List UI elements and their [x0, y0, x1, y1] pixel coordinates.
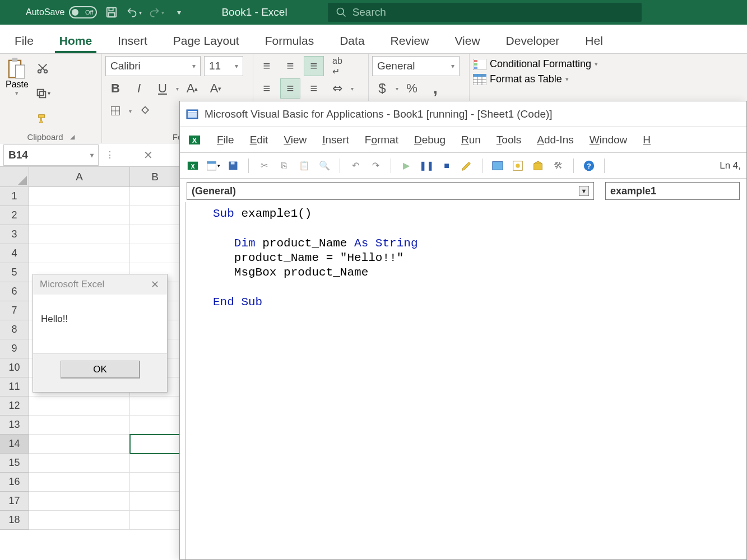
- row-header[interactable]: 15: [0, 454, 29, 473]
- design-mode-icon[interactable]: [460, 158, 474, 173]
- project-explorer-icon[interactable]: [490, 158, 505, 173]
- redo-icon[interactable]: ▾: [149, 4, 164, 20]
- comma-icon[interactable]: ,: [425, 78, 446, 99]
- menu-debug[interactable]: Debug: [414, 134, 446, 146]
- reset-icon[interactable]: ■: [439, 158, 454, 173]
- undo-icon[interactable]: ▾: [126, 4, 142, 20]
- name-box[interactable]: B14▾: [3, 144, 99, 166]
- cell[interactable]: [29, 435, 130, 454]
- excel-app-icon[interactable]: X: [188, 133, 201, 147]
- menu-insert[interactable]: Insert: [322, 134, 349, 146]
- cell[interactable]: [130, 244, 180, 263]
- cell[interactable]: [130, 396, 180, 416]
- tab-view[interactable]: View: [450, 29, 484, 53]
- tab-review[interactable]: Review: [386, 29, 434, 53]
- row-header[interactable]: 13: [0, 416, 29, 435]
- accounting-icon[interactable]: $: [372, 78, 392, 99]
- break-icon[interactable]: ❚❚: [419, 158, 434, 173]
- align-left-icon[interactable]: ≡: [257, 78, 277, 99]
- row-header[interactable]: 3: [0, 225, 29, 244]
- code-pane[interactable]: Sub example1() Dim product_Name As Strin…: [185, 202, 746, 559]
- properties-icon[interactable]: [511, 158, 525, 173]
- cell[interactable]: [130, 435, 180, 454]
- paste-button[interactable]: Paste ▾: [3, 56, 31, 131]
- menu-view[interactable]: View: [284, 134, 307, 146]
- number-format-combo[interactable]: General▾: [372, 56, 460, 76]
- decrease-font-icon[interactable]: A▾: [206, 78, 226, 99]
- tab-home[interactable]: Home: [55, 29, 96, 53]
- menu-file[interactable]: File: [217, 134, 234, 146]
- cell[interactable]: [130, 454, 180, 473]
- font-size-combo[interactable]: 11▾: [204, 56, 243, 76]
- cell[interactable]: [29, 492, 130, 511]
- menu-tools[interactable]: Tools: [497, 134, 521, 146]
- tab-formulas[interactable]: Formulas: [261, 29, 319, 53]
- procedure-combo[interactable]: example1: [605, 182, 740, 200]
- cell[interactable]: [29, 244, 130, 263]
- align-center-icon[interactable]: ≡: [280, 78, 300, 99]
- tab-insert[interactable]: Insert: [113, 29, 152, 53]
- save-icon[interactable]: [104, 4, 119, 20]
- autosave-toggle[interactable]: AutoSave Off: [26, 6, 97, 18]
- row-header[interactable]: 4: [0, 244, 29, 263]
- close-icon[interactable]: ✕: [147, 276, 163, 293]
- view-excel-icon[interactable]: X: [185, 158, 200, 173]
- col-header-b[interactable]: B: [130, 167, 180, 186]
- font-name-combo[interactable]: Calibri▾: [105, 56, 201, 76]
- row-header[interactable]: 7: [0, 301, 29, 320]
- italic-button[interactable]: I: [129, 78, 149, 99]
- fill-color-icon[interactable]: [135, 101, 155, 121]
- col-header-a[interactable]: A: [29, 167, 130, 186]
- increase-font-icon[interactable]: A▴: [182, 78, 202, 99]
- row-header[interactable]: 1: [0, 187, 29, 206]
- format-painter-icon[interactable]: [34, 111, 51, 127]
- conditional-formatting-button[interactable]: Conditional Formatting▾: [473, 58, 744, 70]
- tab-developer[interactable]: Developer: [502, 29, 564, 53]
- percent-icon[interactable]: %: [402, 78, 422, 99]
- vba-titlebar[interactable]: Microsoft Visual Basic for Applications …: [180, 101, 746, 127]
- menu-addins[interactable]: Add-Ins: [537, 134, 574, 146]
- row-header[interactable]: 14: [0, 435, 29, 454]
- cell[interactable]: [29, 454, 130, 473]
- cell[interactable]: [130, 187, 180, 206]
- bold-button[interactable]: B: [105, 78, 126, 99]
- cell[interactable]: [29, 511, 130, 530]
- align-bottom-icon[interactable]: ≡: [304, 56, 324, 76]
- row-header[interactable]: 10: [0, 358, 29, 377]
- menu-format[interactable]: Format: [365, 134, 398, 146]
- select-all-triangle[interactable]: [0, 167, 29, 187]
- row-header[interactable]: 8: [0, 320, 29, 339]
- qat-customize-icon[interactable]: ▾: [171, 4, 187, 20]
- cell[interactable]: [130, 206, 180, 225]
- cut-icon[interactable]: [34, 60, 51, 76]
- row-header[interactable]: 16: [0, 473, 29, 492]
- ok-button[interactable]: OK: [61, 361, 140, 379]
- search-box[interactable]: Search: [328, 3, 642, 22]
- align-right-icon[interactable]: ≡: [304, 78, 324, 99]
- merge-center-icon[interactable]: ⇔: [327, 78, 347, 99]
- menu-window[interactable]: Window: [590, 134, 628, 146]
- row-header[interactable]: 12: [0, 396, 29, 416]
- save-icon[interactable]: [226, 158, 240, 173]
- tab-data[interactable]: Data: [335, 29, 369, 53]
- copy-icon[interactable]: ▾: [33, 86, 53, 101]
- cell[interactable]: [29, 225, 130, 244]
- wrap-text-icon[interactable]: ab↵: [327, 56, 347, 76]
- help-icon[interactable]: ?: [582, 158, 596, 173]
- format-as-table-button[interactable]: Format as Table▾: [473, 73, 744, 85]
- menu-edit[interactable]: Edit: [250, 134, 268, 146]
- tab-help[interactable]: Hel: [581, 29, 607, 53]
- cell[interactable]: [130, 473, 180, 492]
- object-combo[interactable]: (General)▼: [187, 182, 594, 200]
- cell[interactable]: [130, 492, 180, 511]
- cell[interactable]: [29, 473, 130, 492]
- object-browser-icon[interactable]: [531, 158, 545, 173]
- cell[interactable]: [130, 225, 180, 244]
- menu-run[interactable]: Run: [461, 134, 481, 146]
- underline-button[interactable]: U: [152, 78, 173, 99]
- tab-file[interactable]: File: [10, 29, 38, 53]
- cell[interactable]: [29, 206, 130, 225]
- row-header[interactable]: 9: [0, 339, 29, 358]
- cell[interactable]: [130, 511, 180, 530]
- borders-icon[interactable]: [105, 101, 126, 121]
